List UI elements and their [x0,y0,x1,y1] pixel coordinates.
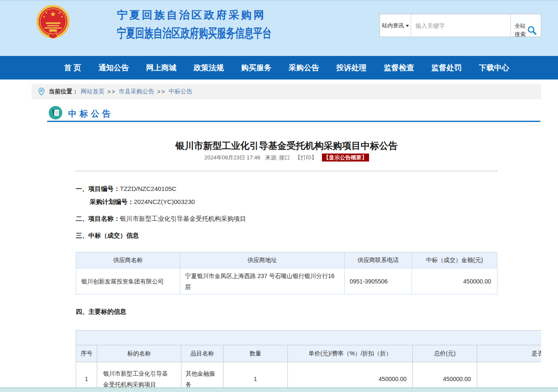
svg-text:★: ★ [58,11,61,15]
nav-item-procurement-announcements[interactable]: 采购公告 [289,63,319,73]
national-emblem-logo: ★ ★ ★ ★ ★ [34,5,72,42]
table-cell: 银川创新发展投资集团有限公司 [76,268,180,294]
plan-number-row: 采购计划编号：2024NCZ(YC)003230 [90,198,195,206]
table-band-cell [76,331,542,345]
table-header-row: 供应商名称 供应商地址 供应商联系电话 中标（成交）金额(元) [76,252,497,268]
breadcrumb-link-award-announcements[interactable]: 中标公告 [169,88,192,95]
table-header-cell: 总价(元) [413,345,477,362]
table-header-cell: 单价(元)/费率（%）/折扣（折） [288,345,413,362]
search-button[interactable]: 全站 搜索 [510,14,541,37]
footer-strip [0,387,558,392]
table-header-cell: 供应商名称 [76,252,180,268]
table-cell: 450000.00 [412,268,497,294]
table-cell: 0951-3905506 [345,268,412,294]
table-header-cell: 品目名称 [181,345,223,362]
site-name-line1: 宁夏回族自治区政府采购网 [117,8,332,22]
print-link[interactable]: 【打印】 [295,154,317,161]
table-band-row [76,331,542,345]
search-category-value: 站内资讯 [382,22,404,29]
table-cell: 宁夏银川市金凤区上海西路 237 号石嘴山银行银川分行16层 [180,268,345,294]
table-header-cell: 序号 [76,345,97,362]
nav-item-download-center[interactable]: 下载中心 [479,63,509,73]
award-info-heading: 三、中标（成交）信息 [76,232,139,240]
site-search-bar: 站内资讯 全站 搜索 [380,14,541,37]
project-name-value: 银川市新型工业化引导基金受托机构采购项目 [120,215,246,222]
section-underline [47,121,540,122]
table-row: 银川创新发展投资集团有限公司 宁夏银川市金凤区上海西路 237 号石嘴山银行银川… [76,268,497,294]
award-info-table: 供应商名称 供应商地址 供应商联系电话 中标（成交）金额(元) 银川创新发展投资… [76,252,497,294]
nav-item-online-mall[interactable]: 网上商城 [146,63,176,73]
project-number-value: TZZD/NZC240105C [120,185,176,192]
plan-number-value: 2024NCZ(YC)003230 [134,198,195,205]
announcement-source: 来源: 接口 [265,154,290,161]
project-name-row: 二、项目名称：银川市新型工业化引导基金受托机构采购项目 [76,215,246,223]
nav-item-home[interactable]: 首 页 [64,63,81,73]
table-header-cell: 数量 [223,345,288,362]
dashed-divider [75,171,497,171]
breadcrumb-label: 当前位置： [49,88,78,95]
breadcrumb-separator: >> [107,88,116,95]
project-number-row: 一、项目编号：TZZD/NZC240105C [76,185,176,193]
table-header-cell: 供应商地址 [180,252,345,268]
main-nav: 首 页 通知公告 网上商城 政策法规 购买服务 采购公告 投诉处理 监督检查 监… [0,56,558,79]
nav-item-supervision-penalty[interactable]: 监督处罚 [431,63,462,73]
nav-item-complaints[interactable]: 投诉处理 [336,63,367,73]
svg-text:★: ★ [50,10,56,18]
search-input[interactable] [411,14,510,37]
announcement-title: 银川市新型工业化引导基金受托机构采购项目中标公告 [76,140,497,152]
site-name-line2: 宁夏回族自治区政府购买服务信息平台 [117,25,271,42]
breadcrumb-link-home[interactable]: 网站首页 [81,88,104,95]
search-button-label-line1: 全站 [515,22,526,30]
subject-info-table: 序号 标的名称 品目名称 数量 单价(元)/费率（%）/折扣（折） 总价(元) … [76,330,541,392]
table-header-cell: 标的名称 [97,345,181,362]
table-header-cell: 是否 [477,345,542,362]
subject-info-heading: 四、主要标的信息 [76,308,126,316]
project-name-label: 二、项目名称： [76,215,120,222]
svg-text:★: ★ [45,11,48,15]
announcement-datetime: 2024年08月23日 17:46 [204,154,260,161]
nav-item-supervision-inspection[interactable]: 监督检查 [384,63,414,73]
location-pin-icon [38,87,45,96]
breadcrumb-separator: >> [157,88,165,95]
nav-item-notices[interactable]: 通知公告 [98,63,129,73]
site-banner: ★ ★ ★ ★ ★ 宁夏回族自治区政府采购网 宁夏回族自治区政府购买服务信息平台… [0,0,558,56]
nav-item-purchase-services[interactable]: 购买服务 [241,63,271,73]
table-header-row: 序号 标的名称 品目名称 数量 单价(元)/费率（%）/折扣（折） 总价(元) … [76,345,542,362]
breadcrumb: 当前位置： 网站首页 >> 市县采购公告 >> 中标公告 [32,84,541,99]
subject-table-viewport: 序号 标的名称 品目名称 数量 单价(元)/费率（%）/折扣（折） 总价(元) … [76,330,541,392]
page-title: 中标公告 [68,108,114,119]
table-header-cell: 中标（成交）金额(元) [412,252,497,268]
chevron-down-icon [406,25,409,27]
page: ★ ★ ★ ★ ★ 宁夏回族自治区政府采购网 宁夏回族自治区政府购买服务信息平台… [0,0,558,392]
plan-number-label: 采购计划编号： [90,198,134,205]
announcement-meta: 2024年08月23日 17:46 来源: 接口 【打印】 【显示公告概要】 [76,154,497,162]
project-number-label: 一、项目编号： [76,185,120,192]
search-category-select[interactable]: 站内资讯 [380,14,411,37]
nav-item-policies[interactable]: 政策法规 [194,63,224,73]
search-icon [527,25,537,35]
breadcrumb-link-city-county-announcements[interactable]: 市县采购公告 [119,88,154,95]
show-summary-badge[interactable]: 【显示公告概要】 [322,154,369,162]
table-header-cell: 供应商联系电话 [345,252,412,268]
svg-text:★: ★ [61,15,64,19]
svg-text:★: ★ [43,15,46,19]
document-badge-icon [49,106,62,119]
search-button-label-line2: 搜索 [515,30,526,37]
